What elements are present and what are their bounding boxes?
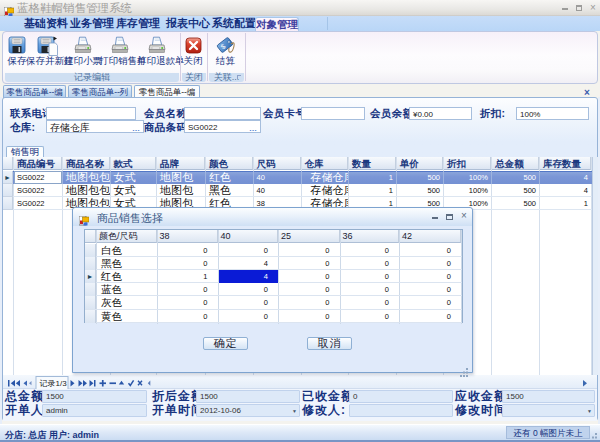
svg-text:记录1/3: 记录1/3 <box>40 379 68 388</box>
